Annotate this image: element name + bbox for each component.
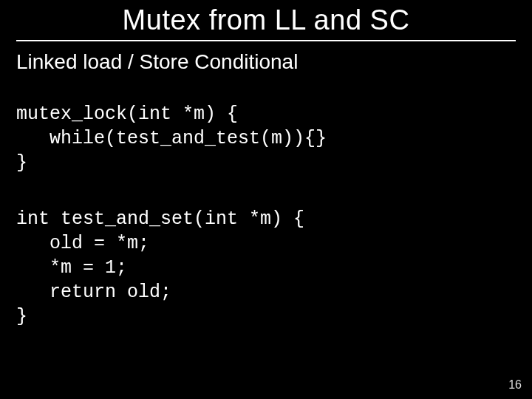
code-block-2: int test_and_set(int *m) { old = *m; *m … xyxy=(16,207,304,329)
slide-subtitle: Linked load / Store Conditional xyxy=(16,50,298,74)
title-wrap: Mutex from LL and SC xyxy=(0,4,532,36)
slide-title: Mutex from LL and SC xyxy=(123,4,410,36)
code-block-1: mutex_lock(int *m) { while(test_and_test… xyxy=(16,102,327,175)
slide: Mutex from LL and SC Linked load / Store… xyxy=(0,0,532,399)
page-number: 16 xyxy=(508,378,522,392)
title-underline xyxy=(16,40,516,41)
